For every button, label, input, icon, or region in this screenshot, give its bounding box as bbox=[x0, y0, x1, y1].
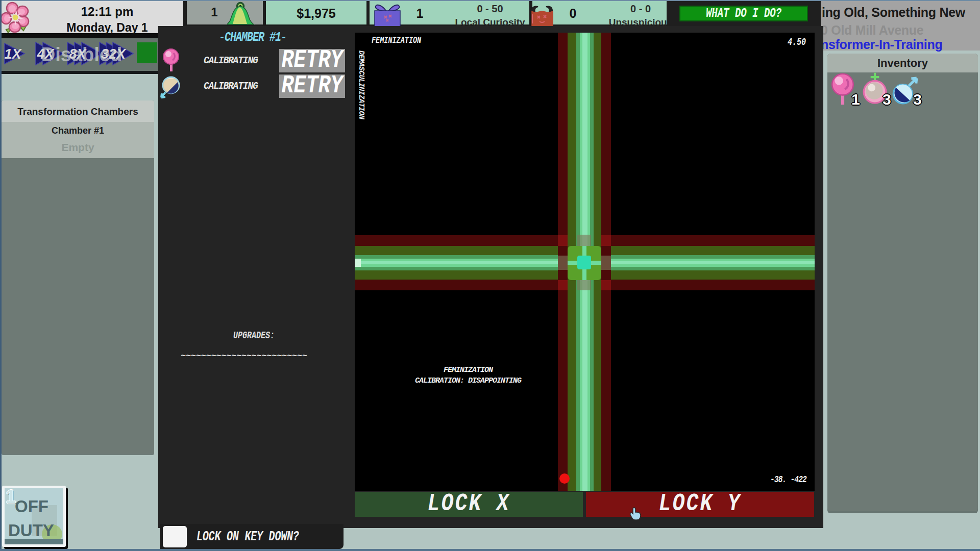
svg-text:1X: 1X bbox=[4, 46, 22, 62]
svg-text:Disabled: Disabled bbox=[41, 44, 122, 65]
